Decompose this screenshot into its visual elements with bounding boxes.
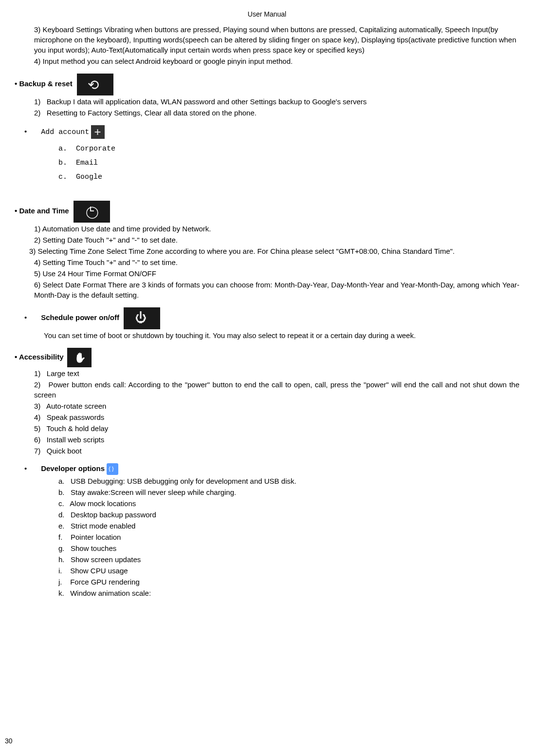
accessibility-section: Accessibility 1) Large text 2) Power but… — [15, 348, 519, 456]
list-item: d. Desktop backup password — [58, 510, 519, 520]
list-item: g. Show touches — [58, 543, 519, 553]
list-item: f. Pointer location — [58, 532, 519, 542]
reset-icon — [77, 74, 113, 95]
list-item: e. Strict mode enabled — [58, 521, 519, 531]
dev-strict: Strict mode enabled — [71, 522, 135, 530]
schedule-header: • Schedule power on/off — [24, 307, 519, 329]
developer-section: • Developer options a. USB Debugging: US… — [24, 463, 519, 598]
page-header: User Manual — [15, 10, 519, 19]
list-item: c. Alow mock locations — [58, 498, 519, 509]
list-item: 5) Touch & hold delay — [34, 423, 519, 434]
schedule-desc: You can set time of boot or shutdown by … — [44, 330, 519, 340]
list-item: 2) Resetting to Factory Settings, Clear … — [34, 108, 519, 118]
backup-item-1: Backup I data will application data, WLA… — [47, 97, 367, 106]
acc-speak: Speak passwords — [47, 413, 104, 421]
list-item: 1) Automation Use date and time provided… — [34, 224, 519, 234]
acc-quickboot: Quick boot — [47, 447, 82, 455]
accessibility-header: Accessibility — [15, 348, 519, 367]
list-item: 1) Large text — [34, 368, 519, 378]
acc-touch-hold: Touch & hold delay — [47, 424, 109, 433]
plus-icon — [91, 125, 105, 139]
input-method-text: 4) Input method you can select Android k… — [34, 56, 519, 66]
backup-reset-header: Backup & reset — [15, 74, 519, 95]
list-item: 4) Speak passwords — [34, 412, 519, 422]
list-item: 2) Power button ends call: According to … — [34, 379, 519, 400]
dev-screen: Show screen updates — [71, 555, 141, 564]
backup-reset-title: Backup & reset — [19, 79, 72, 88]
list-item: 5) Use 24 Hour Time Format ON/OFF — [34, 268, 519, 279]
dev-window: Window animation scale: — [70, 589, 151, 597]
list-item: i. Show CPU usage — [58, 566, 519, 576]
account-corporate: Corporate — [76, 145, 115, 153]
acc-power-button: Power button ends call: According to the… — [34, 380, 519, 399]
acc-webscripts: Install web scripts — [47, 435, 104, 444]
dev-pointer: Pointer location — [71, 533, 121, 541]
list-item: j. Force GPU rendering — [58, 577, 519, 587]
list-item: a. Corporate — [58, 144, 519, 154]
dev-usb: USB Debugging: USB debugging only for de… — [71, 477, 296, 485]
dev-touches: Show touches — [71, 544, 116, 552]
date-time-header: Date and Time — [15, 201, 519, 223]
dev-stayawake: Stay awake:Screen will never sleep while… — [71, 488, 236, 496]
dev-gpu: Force GPU rendering — [70, 578, 140, 586]
backup-item-2: Resetting to Factory Settings, Clear all… — [47, 109, 257, 117]
power-icon — [124, 307, 160, 329]
list-item: 3) Auto-rotate screen — [34, 401, 519, 411]
accessibility-title: Accessibility — [19, 353, 64, 361]
account-google: Google — [76, 173, 102, 181]
acc-autorotate: Auto-rotate screen — [46, 402, 106, 410]
list-item: 6) Install web scripts — [34, 435, 519, 445]
schedule-title: Schedule power on/off — [41, 313, 119, 321]
developer-header: • Developer options — [24, 463, 519, 475]
list-item: b. Email — [58, 158, 519, 168]
date-time-section: Date and Time 1) Automation Use date and… — [15, 201, 519, 300]
acc-large-text: Large text — [47, 369, 79, 378]
date-time-title: Date and Time — [19, 207, 69, 215]
list-item: c. Google — [58, 172, 519, 182]
list-item: 6) Select Date Format There are 3 kinds … — [34, 280, 519, 300]
add-account-section: • Add account a. Corporate b. Email c. G… — [24, 125, 519, 182]
list-item: 7) Quick boot — [34, 446, 519, 456]
dev-cpu: Show CPU usage — [70, 567, 128, 575]
intro-block: 3) Keyboard Settings Vibrating when butt… — [34, 24, 519, 66]
backup-reset-section: Backup & reset 1) Backup I data will app… — [15, 74, 519, 118]
list-item: b. Stay awake:Screen will never sleep wh… — [58, 487, 519, 497]
list-item: a. USB Debugging: USB debugging only for… — [58, 476, 519, 486]
clock-icon — [74, 201, 110, 223]
keyboard-settings-text: 3) Keyboard Settings Vibrating when butt… — [34, 24, 519, 55]
developer-title: Developer options — [41, 464, 105, 472]
account-email: Email — [76, 159, 98, 167]
list-item: h. Show screen updates — [58, 554, 519, 565]
list-item: 2) Setting Date Touch "+" and "-" to set… — [34, 235, 519, 245]
add-account-title: Add account — [41, 128, 89, 136]
developer-icon — [107, 463, 118, 475]
hand-icon — [67, 348, 92, 367]
schedule-section: • Schedule power on/off You can set time… — [24, 307, 519, 340]
list-item: 4) Setting Time Touch "+" and "-" to set… — [34, 257, 519, 267]
list-item: 3) Selecting Time Zone Select Time Zone … — [29, 246, 519, 256]
list-item: k. Window animation scale: — [58, 588, 519, 598]
dev-mock: Alow mock locations — [70, 499, 136, 508]
list-item: 1) Backup I data will application data, … — [34, 96, 519, 107]
dev-backup: Desktop backup password — [71, 510, 156, 519]
add-account-header: • Add account — [24, 125, 519, 139]
